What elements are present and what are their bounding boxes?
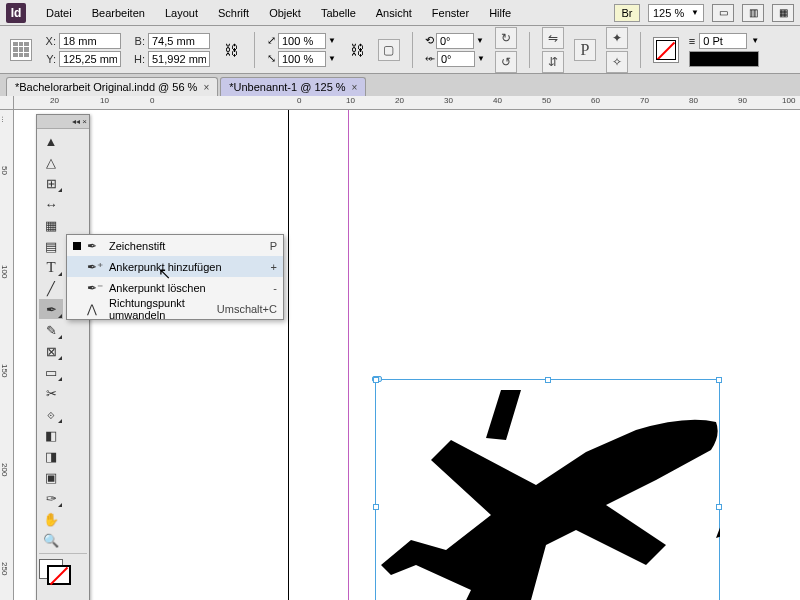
- menu-layout[interactable]: Layout: [155, 3, 208, 23]
- paragraph-mark-icon[interactable]: P: [574, 39, 596, 61]
- menu-file[interactable]: Datei: [36, 3, 82, 23]
- scissors-tool[interactable]: ✂: [39, 383, 63, 403]
- x-input[interactable]: [59, 33, 121, 49]
- rectangle-tool[interactable]: ▭: [39, 362, 63, 382]
- content-collector-tool[interactable]: ▦: [39, 215, 63, 235]
- pen-tool-flyout: ✒ Zeichenstift P ✒⁺ Ankerpunkt hinzufüge…: [66, 234, 284, 320]
- chevron-down-icon[interactable]: ▼: [328, 54, 336, 63]
- line-tool[interactable]: ╱: [39, 278, 63, 298]
- rotate-ccw-icon[interactable]: ↺: [495, 51, 517, 73]
- menu-table[interactable]: Tabelle: [311, 3, 366, 23]
- reference-point[interactable]: [10, 39, 32, 61]
- stroke-swatch[interactable]: [47, 565, 71, 585]
- stroke-pt-input[interactable]: [699, 33, 747, 49]
- ruler-tick: 10: [346, 96, 355, 105]
- scale-x-icon: ⤢: [267, 34, 276, 47]
- chevron-down-icon[interactable]: ▼: [328, 36, 336, 45]
- canvas[interactable]: [14, 110, 800, 600]
- w-input[interactable]: [148, 33, 210, 49]
- menu-view[interactable]: Ansicht: [366, 3, 422, 23]
- close-icon[interactable]: ×: [352, 82, 358, 93]
- h-input[interactable]: [148, 51, 210, 67]
- pen-icon: ✒: [87, 239, 103, 253]
- zoom-value: 125 %: [653, 7, 684, 19]
- control-bar: X: Y: B: H: ⛓ ⤢▼ ⤡▼ ⛓ ▢ ⟲▼ ⬰▼ ↻ ↺ ⇋ ⇵ P …: [0, 26, 800, 74]
- doc-tab-0[interactable]: *Bachelorarbeit Original.indd @ 56 %×: [6, 77, 218, 96]
- close-icon[interactable]: ×: [82, 117, 87, 126]
- ruler-tick: 20: [50, 96, 59, 105]
- rotate-cw-icon[interactable]: ↻: [495, 27, 517, 49]
- selection-bounding-box[interactable]: [375, 379, 720, 600]
- chevron-down-icon[interactable]: ▼: [751, 36, 759, 45]
- flip-h-icon[interactable]: ⇋: [542, 27, 564, 49]
- zoom-tool[interactable]: 🔍: [39, 530, 63, 550]
- menu-type[interactable]: Schrift: [208, 3, 259, 23]
- note-tool[interactable]: ▣: [39, 467, 63, 487]
- gradient-feather-tool[interactable]: ◨: [39, 446, 63, 466]
- collapse-icon[interactable]: ◂◂: [72, 117, 80, 126]
- flyout-item-add-anchor[interactable]: ✒⁺ Ankerpunkt hinzufügen +: [67, 256, 283, 277]
- w-label: B:: [131, 35, 145, 47]
- shear-input[interactable]: [437, 51, 475, 67]
- fill-stroke-swatch[interactable]: [39, 559, 87, 595]
- ruler-tick: ...: [0, 116, 9, 123]
- container-icon[interactable]: ▢: [378, 39, 400, 61]
- shear-icon: ⬰: [425, 52, 435, 65]
- flyout-item-delete-anchor[interactable]: ✒⁻ Ankerpunkt löschen -: [67, 277, 283, 298]
- menu-edit[interactable]: Bearbeiten: [82, 3, 155, 23]
- zoom-selector[interactable]: 125 %▼: [648, 4, 704, 22]
- hand-tool[interactable]: ✋: [39, 509, 63, 529]
- horizontal-ruler[interactable]: 20 10 0 0 10 20 30 40 50 60 70 80 90 100: [14, 96, 800, 110]
- flyout-item-convert-point[interactable]: ⋀ Richtungspunkt umwandeln Umschalt+C: [67, 298, 283, 319]
- direct-selection-tool[interactable]: △: [39, 152, 63, 172]
- chevron-down-icon[interactable]: ▼: [476, 36, 484, 45]
- stroke-style-preview[interactable]: [689, 51, 759, 67]
- scale-y-input[interactable]: [278, 51, 326, 67]
- flyout-item-pen[interactable]: ✒ Zeichenstift P: [67, 235, 283, 256]
- eyedropper-tool[interactable]: ✑: [39, 488, 63, 508]
- toolbox-header[interactable]: ◂◂×: [37, 115, 89, 129]
- ruler-origin[interactable]: [0, 96, 14, 110]
- h-label: H:: [131, 53, 145, 65]
- type-tool[interactable]: T: [39, 257, 63, 277]
- chain-scale-icon[interactable]: ⛓: [346, 42, 368, 58]
- workspace-icon[interactable]: ▦: [772, 4, 794, 22]
- doc-tab-1[interactable]: *Unbenannt-1 @ 125 %×: [220, 77, 366, 96]
- page-tool[interactable]: ⊞: [39, 173, 63, 193]
- screen-mode-icon[interactable]: ▭: [712, 4, 734, 22]
- scale-x-input[interactable]: [278, 33, 326, 49]
- ruler-tick: 10: [100, 96, 109, 105]
- vertical-ruler[interactable]: ... 50 100 150 200 250: [0, 110, 14, 600]
- gradient-swatch-tool[interactable]: ◧: [39, 425, 63, 445]
- pen-plus-icon: ✒⁺: [87, 260, 103, 274]
- ruler-tick: 80: [689, 96, 698, 105]
- y-input[interactable]: [59, 51, 121, 67]
- pen-tool[interactable]: ✒: [39, 299, 63, 319]
- bridge-button[interactable]: Br: [614, 4, 640, 22]
- gap-tool[interactable]: ↔: [39, 194, 63, 214]
- ruler-tick: 200: [0, 463, 9, 476]
- chain-icon[interactable]: ⛓: [220, 42, 242, 58]
- menu-object[interactable]: Objekt: [259, 3, 311, 23]
- flip-v-icon[interactable]: ⇵: [542, 51, 564, 73]
- selection-tool[interactable]: ▲: [39, 131, 63, 151]
- ruler-tick: 0: [297, 96, 301, 105]
- menu-window[interactable]: Fenster: [422, 3, 479, 23]
- fill-none-swatch[interactable]: [653, 37, 679, 63]
- flyout-label: Zeichenstift: [109, 240, 270, 252]
- close-icon[interactable]: ×: [203, 82, 209, 93]
- select-content-icon[interactable]: ✦: [606, 27, 628, 49]
- select-container-icon[interactable]: ✧: [606, 51, 628, 73]
- flyout-shortcut: Umschalt+C: [217, 303, 277, 315]
- rectangle-frame-tool[interactable]: ⊠: [39, 341, 63, 361]
- content-placer-tool[interactable]: ▤: [39, 236, 63, 256]
- chevron-down-icon[interactable]: ▼: [477, 54, 485, 63]
- menu-help[interactable]: Hilfe: [479, 3, 521, 23]
- pen-minus-icon: ✒⁻: [87, 281, 103, 295]
- ruler-tick: 150: [0, 364, 9, 377]
- free-transform-tool[interactable]: ⟐: [39, 404, 63, 424]
- menu-bar: Id Datei Bearbeiten Layout Schrift Objek…: [0, 0, 800, 26]
- rotate-input[interactable]: [436, 33, 474, 49]
- arrange-icon[interactable]: ▥: [742, 4, 764, 22]
- pencil-tool[interactable]: ✎: [39, 320, 63, 340]
